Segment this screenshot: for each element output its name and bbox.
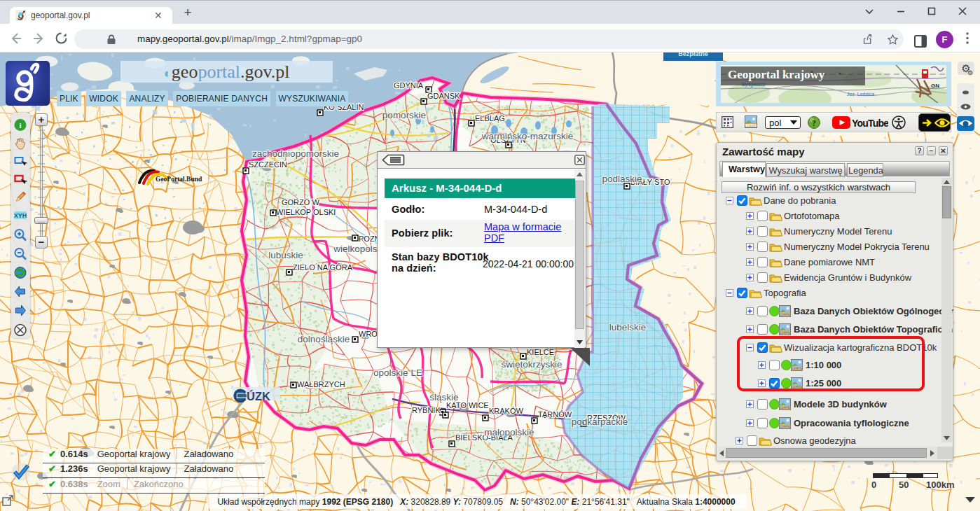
- svg-text:TARNÓW: TARNÓW: [538, 410, 572, 419]
- svg-text:YouTube: YouTube: [852, 118, 888, 129]
- svg-text:wms: wms: [779, 312, 790, 316]
- svg-text:Jez. Lednica: Jez. Lednica: [847, 92, 874, 97]
- svg-text:WIELKOP OLSKI: WIELKOP OLSKI: [276, 208, 336, 216]
- svg-text:GN: GN: [931, 83, 939, 89]
- svg-text:RYBNIK: RYBNIK: [412, 406, 441, 414]
- svg-text:warmińsko-mazurskie: warmińsko-mazurskie: [481, 131, 574, 141]
- svg-text:wms: wms: [779, 405, 790, 410]
- svg-text:wms: wms: [745, 122, 757, 128]
- svg-text:podkarpackie: podkarpackie: [572, 416, 628, 427]
- svg-text:WAŁBRZYCH: WAŁBRZYCH: [297, 380, 345, 388]
- svg-text:zachodniopomorskie: zachodniopomorskie: [252, 148, 339, 159]
- svg-text:GDYNIA: GDYNIA: [394, 81, 424, 90]
- svg-text:śląskie: śląskie: [429, 392, 458, 402]
- svg-text:KIELCE: KIELCE: [527, 348, 554, 356]
- svg-text:wms: wms: [779, 330, 790, 335]
- svg-text:lubuskie: lubuskie: [268, 250, 303, 260]
- svg-text:ZIELO NA GÓRA: ZIELO NA GÓRA: [293, 263, 353, 272]
- svg-text:świętokrzyskie: świętokrzyskie: [501, 359, 562, 370]
- svg-text:?: ?: [812, 118, 816, 128]
- svg-text:lubelskie: lubelskie: [609, 322, 647, 332]
- svg-text:wms: wms: [779, 424, 790, 428]
- svg-text:dolnośląskie: dolnośląskie: [298, 334, 350, 344]
- svg-text:GDAŃSK: GDAŃSK: [427, 92, 460, 100]
- svg-text:pomorskie: pomorskie: [382, 110, 426, 120]
- svg-text:podlaskie: podlaskie: [602, 174, 642, 184]
- svg-text:KRAKÓW: KRAKÓW: [489, 407, 524, 415]
- svg-text:GeoPortal.Bund: GeoPortal.Bund: [156, 176, 202, 183]
- svg-text:małopolskie: małopolskie: [484, 427, 534, 438]
- svg-text:opolskie LE: opolskie LE: [373, 368, 422, 378]
- svg-text:i: i: [19, 121, 21, 130]
- svg-text:SZCZECIN: SZCZECIN: [249, 160, 287, 169]
- svg-text:ÚZK: ÚZK: [247, 390, 270, 402]
- svg-text:ELBLĄG: ELBLĄG: [475, 114, 505, 122]
- svg-text:XYH: XYH: [14, 212, 27, 219]
- svg-text:GORZO W: GORZO W: [282, 198, 319, 206]
